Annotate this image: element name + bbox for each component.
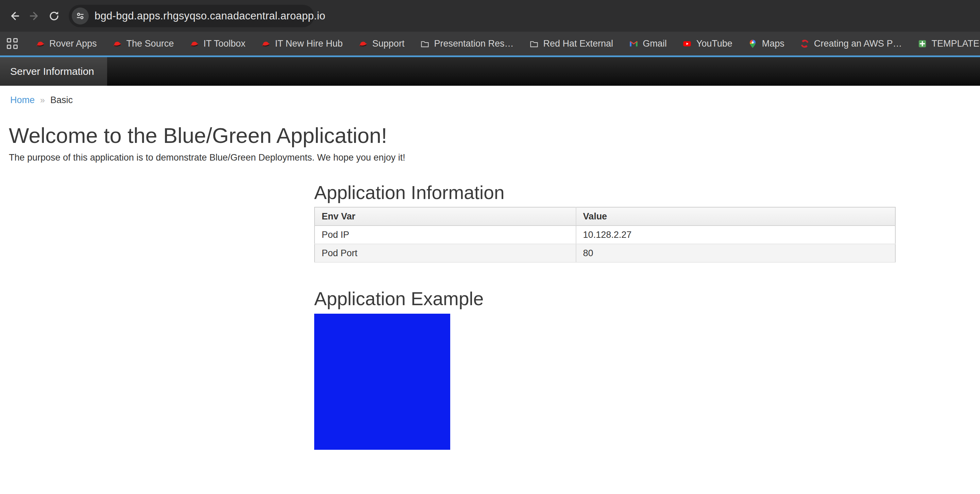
app-navbar: Server Information xyxy=(0,57,980,86)
table-cell-pod-port-value: 80 xyxy=(576,244,895,262)
table-row: Pod IP 10.128.2.27 xyxy=(315,226,895,244)
page-content: Home » Basic Welcome to the Blue/Green A… xyxy=(0,94,980,450)
breadcrumb-current: Basic xyxy=(50,94,73,106)
redhat-icon xyxy=(189,39,199,48)
bookmark-maps[interactable]: Maps xyxy=(748,38,784,49)
bookmark-it-toolbox[interactable]: IT Toolbox xyxy=(189,38,245,49)
table-cell-pod-port-label: Pod Port xyxy=(315,244,576,262)
table-header-row: Env Var Value xyxy=(315,207,895,226)
column-header-env-var: Env Var xyxy=(315,207,576,226)
back-button[interactable] xyxy=(5,6,24,26)
browser-toolbar: bgd-bgd.apps.rhgsyqso.canadacentral.aroa… xyxy=(0,0,980,32)
bookmark-red-hat-external[interactable]: Red Hat External xyxy=(530,38,613,49)
youtube-icon xyxy=(682,39,692,48)
tab-label: Server Information xyxy=(10,66,94,77)
bookmark-support[interactable]: Support xyxy=(358,38,405,49)
column-header-value: Value xyxy=(576,207,895,226)
redhat-icon xyxy=(113,39,122,48)
address-bar[interactable]: bgd-bgd.apps.rhgsyqso.canadacentral.aroa… xyxy=(69,5,314,27)
maps-icon xyxy=(748,39,757,48)
breadcrumb-home-link[interactable]: Home xyxy=(10,94,35,106)
site-info-button[interactable] xyxy=(72,8,89,24)
table-cell-pod-ip-label: Pod IP xyxy=(315,226,576,244)
apps-grid-icon xyxy=(7,38,18,49)
apps-grid-button[interactable] xyxy=(5,35,21,52)
bookmark-the-source[interactable]: The Source xyxy=(113,38,174,49)
sheets-icon xyxy=(918,39,927,48)
folder-icon xyxy=(420,39,430,48)
tab-server-information[interactable]: Server Information xyxy=(0,57,107,86)
bookmark-it-new-hire-hub[interactable]: IT New Hire Hub xyxy=(261,38,343,49)
forward-arrow-icon xyxy=(28,10,40,22)
url-text: bgd-bgd.apps.rhgsyqso.canadacentral.aroa… xyxy=(94,10,325,22)
env-var-table: Env Var Value Pod IP 10.128.2.27 Pod Por… xyxy=(314,207,896,263)
bookmark-youtube[interactable]: YouTube xyxy=(682,38,732,49)
back-arrow-icon xyxy=(8,10,21,22)
folder-icon xyxy=(530,39,539,48)
bookmark-presentation-resources[interactable]: Presentation Res… xyxy=(420,38,514,49)
reload-button[interactable] xyxy=(44,6,64,26)
browser-window: bgd-bgd.apps.rhgsyqso.canadacentral.aroa… xyxy=(0,0,980,494)
bookmarks-bar: Rover Apps The Source IT Toolbox IT New … xyxy=(0,32,980,56)
intro-text: The purpose of this application is to de… xyxy=(9,152,980,163)
table-cell-pod-ip-value: 10.128.2.27 xyxy=(576,226,895,244)
site-settings-icon xyxy=(75,11,85,21)
breadcrumb-separator: » xyxy=(40,94,45,106)
application-example-heading: Application Example xyxy=(314,288,896,309)
openshift-icon xyxy=(800,39,810,48)
application-section: Application Information Env Var Value Po… xyxy=(314,182,896,450)
bookmark-gmail[interactable]: Gmail xyxy=(629,38,667,49)
deployment-color-box xyxy=(314,314,450,450)
page-title: Welcome to the Blue/Green Application! xyxy=(9,123,980,148)
bookmark-template-red[interactable]: TEMPLATE - Red… xyxy=(918,38,980,49)
table-row: Pod Port 80 xyxy=(315,244,895,262)
breadcrumb: Home » Basic xyxy=(10,94,980,106)
bookmark-creating-an-aws-p[interactable]: Creating an AWS P… xyxy=(800,38,902,49)
gmail-icon xyxy=(629,39,638,48)
forward-button[interactable] xyxy=(24,6,44,26)
reload-icon xyxy=(48,10,60,22)
redhat-icon xyxy=(261,39,270,48)
bookmark-rover-apps[interactable]: Rover Apps xyxy=(35,38,97,49)
application-information-heading: Application Information xyxy=(314,182,896,203)
redhat-icon xyxy=(358,39,368,48)
redhat-icon xyxy=(35,39,45,48)
